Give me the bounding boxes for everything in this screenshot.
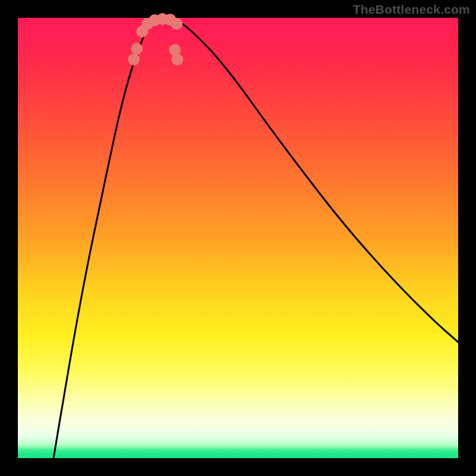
curve-marker <box>171 18 183 30</box>
chart-frame: TheBottleneck.com <box>0 0 476 476</box>
curve-marker <box>128 54 140 65</box>
chart-svg <box>18 18 458 458</box>
curve-markers <box>128 13 183 65</box>
curve-marker <box>171 54 183 65</box>
bottleneck-curve <box>54 19 458 458</box>
watermark-text: TheBottleneck.com <box>353 2 470 17</box>
chart-plot-area <box>18 18 458 458</box>
curve-marker <box>131 43 143 55</box>
